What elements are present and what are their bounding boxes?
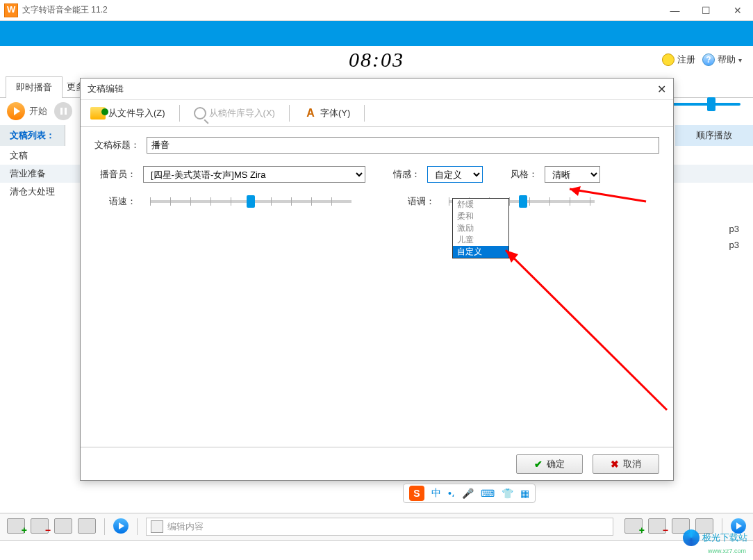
window-titlebar: 文字转语音全能王 11.2 — ☐ ✕ [0,0,753,21]
help-button[interactable]: ? 帮助 ▾ [702,53,742,66]
title-field-label: 文稿标题： [94,139,140,151]
title-input[interactable] [147,137,659,154]
app-icon [4,3,18,17]
ime-chinese-toggle[interactable]: 中 [431,487,441,500]
edit-content-input[interactable]: 编辑内容 [146,518,613,536]
announcer-select[interactable]: [四星-美式英语-女声]MS Zira [143,166,365,183]
check-icon: ✔ [534,459,543,470]
watermark-url: www.xz7.com [708,547,746,554]
edit-content-placeholder: 编辑内容 [167,520,204,533]
play-icon [7,102,25,120]
ime-menu-icon[interactable]: ▦ [520,488,529,499]
style-label: 风格： [511,168,538,181]
divider [289,105,290,122]
dropdown-option[interactable]: 舒缓 [453,199,508,211]
maximize-button[interactable]: ☐ [690,0,722,21]
sequence-play-button[interactable]: 顺序播放 [675,125,753,146]
watermark: 极光下载站 [683,529,747,546]
bottom-left-icons [7,518,129,535]
watermark-text: 极光下载站 [702,532,747,544]
add-item-icon[interactable] [624,518,643,534]
watermark-icon [683,529,700,546]
tab-live-broadcast[interactable]: 即时播音 [6,76,63,98]
dialog-title: 文稿编辑 [88,83,124,95]
ime-toolbar[interactable]: S 中 •، 🎤 ⌨ 👕 ▦ [403,484,536,503]
font-button[interactable]: A 字体(Y) [298,104,356,122]
speed-label: 语速： [94,195,136,208]
font-icon: A [304,107,317,120]
divider [137,518,138,535]
import-from-file-button[interactable]: 从文件导入(Z) [85,104,171,122]
document-edit-dialog: 文稿编辑 ✕ 从文件导入(Z) 从稿件库导入(X) A 字体(Y) 文稿标题： … [80,78,674,481]
start-label: 开始 [29,105,47,117]
edit-item-icon[interactable] [54,518,72,534]
emotion-select[interactable]: 自定义 [427,166,483,183]
emotion-dropdown-list: 舒缓 柔和 激励 儿童 自定义 [452,198,509,258]
help-icon: ? [702,53,715,66]
dropdown-option[interactable]: 柔和 [453,211,508,222]
divider [104,518,105,535]
import-from-library-button[interactable]: 从稿件库导入(X) [188,104,281,122]
close-button[interactable]: ✕ [722,0,753,21]
ime-keyboard-icon[interactable]: ⌨ [481,488,495,499]
window-controls: — ☐ ✕ [659,0,753,21]
folder-icon [90,107,106,120]
style-select[interactable]: 清晰 [545,166,600,183]
save-item-icon[interactable] [78,518,96,534]
chevron-down-icon: ▾ [738,56,742,64]
x-icon: ✖ [611,459,619,470]
clock-display: 08:03 [349,48,404,72]
remove-item-icon[interactable] [648,518,666,534]
pause-icon [54,102,72,120]
dropdown-option[interactable]: 激励 [453,222,508,234]
announcer-label: 播音员： [94,168,136,181]
dialog-body: 文稿标题： 播音员： [四星-美式英语-女声]MS Zira 情感： 自定义 风… [81,127,673,447]
pause-button[interactable] [54,102,72,120]
filelist-label: 文稿列表： [0,125,65,146]
bottom-toolbar: 编辑内容 [0,513,753,541]
play-item-icon[interactable] [113,518,129,534]
divider [364,105,365,122]
divider [179,105,180,122]
remove-item-icon[interactable] [31,518,49,534]
ok-button[interactable]: ✔ 确定 [516,454,583,474]
add-item-icon[interactable] [7,518,25,534]
cancel-button[interactable]: ✖ 取消 [593,454,659,474]
ime-logo-icon[interactable]: S [409,486,424,501]
emotion-label: 情感： [393,168,420,181]
edit-icon [151,520,163,533]
dropdown-option[interactable]: 儿童 [453,234,508,246]
blue-toolbar-strip [0,21,753,46]
register-label: 注册 [677,53,695,66]
minimize-button[interactable]: — [659,0,690,21]
register-button[interactable]: 注册 [662,53,695,66]
truncated-text: p3 p3 [729,224,739,250]
window-title: 文字转语音全能王 11.2 [22,4,108,16]
dropdown-option-selected[interactable]: 自定义 [453,246,508,258]
speed-slider[interactable] [150,200,351,203]
start-button[interactable]: 开始 [7,102,47,120]
clock-row: 08:03 注册 ? 帮助 ▾ [0,46,753,74]
dialog-close-button[interactable]: ✕ [657,83,666,96]
ime-punct-icon[interactable]: •، [448,488,455,499]
smiley-icon [662,53,675,66]
ime-skin-icon[interactable]: 👕 [502,488,513,499]
dialog-footer: ✔ 确定 ✖ 取消 [81,447,673,480]
search-icon [194,107,206,120]
dialog-toolbar: 从文件导入(Z) 从稿件库导入(X) A 字体(Y) [81,99,673,127]
help-label: 帮助 [718,53,736,66]
ime-mic-icon[interactable]: 🎤 [462,488,474,499]
tone-label: 语调： [393,195,435,208]
dialog-titlebar: 文稿编辑 ✕ [81,79,673,99]
